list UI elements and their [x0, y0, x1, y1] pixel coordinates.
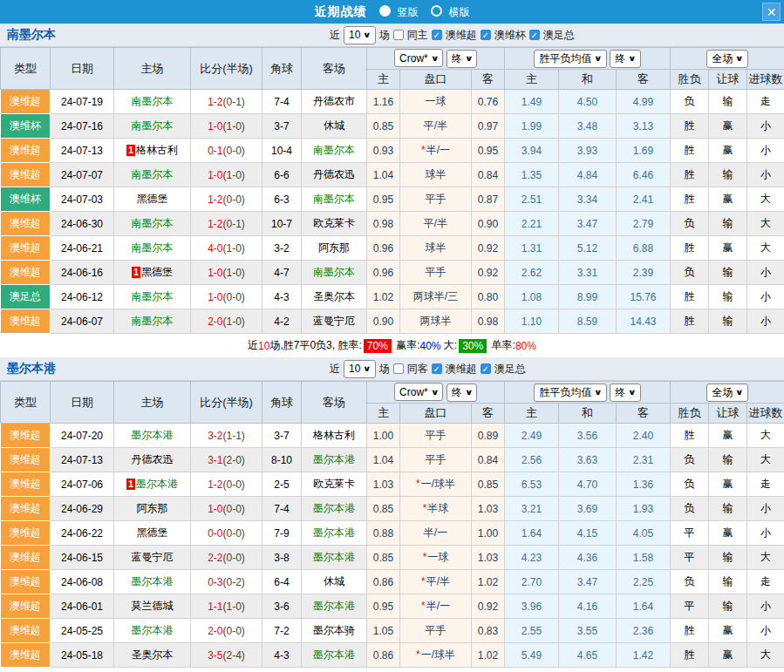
close-button[interactable]: ✕	[762, 3, 781, 21]
layout-horizontal-label[interactable]: 横版	[448, 6, 469, 18]
match-date: 24-06-12	[51, 285, 114, 309]
league-type-badge: 澳维超	[1, 497, 51, 521]
odds-draw: 3.34	[559, 187, 617, 212]
league-filter-checkbox[interactable]: ✓	[432, 363, 442, 374]
filter-controls: 近10∨场同主✓澳维超✓澳维杯✓澳足总	[330, 24, 575, 46]
odds-home: 2.56	[505, 448, 559, 472]
away-team-name: 南墨尔本	[313, 144, 355, 156]
odds-draw: 8.99	[559, 285, 617, 309]
away-team-cell: 丹德农迅	[302, 163, 367, 187]
goals-result: 走	[747, 472, 784, 497]
handicap-line: 平/半	[400, 114, 472, 139]
odds-average-select[interactable]: 胜平负均值∨	[534, 50, 606, 68]
handicap-line: 平手	[400, 187, 472, 212]
games-count-select[interactable]: 10∨	[344, 360, 376, 378]
away-team-name: 阿东那	[318, 241, 350, 254]
final-odds-select[interactable]: 终∨	[610, 50, 640, 68]
table-header: 类型 日期 主场 比分(半场) 角球 客场 Crow*∨ 终∨ 胜平负均值∨ 终…	[1, 382, 784, 424]
corner-count: 4-7	[262, 261, 302, 285]
scope-select[interactable]: 全场∨	[706, 50, 747, 68]
games-count-select[interactable]: 10∨	[344, 26, 376, 44]
handicap-result: 输	[709, 594, 747, 619]
away-team-name: 蓝曼宁厄	[313, 315, 355, 327]
corner-count: 4-3	[262, 643, 302, 668]
away-team-name: 圣奥尔本	[313, 290, 355, 302]
corner-count: 6-4	[262, 570, 302, 594]
score-cell: 1-2(0-0)	[191, 187, 262, 212]
home-team-name: 阿东那	[137, 502, 168, 514]
col-date: 日期	[51, 48, 114, 90]
away-team-name: 墨尔本港	[313, 551, 355, 563]
handicap-result: 输	[709, 212, 747, 236]
scope-select[interactable]: 全场∨	[706, 384, 747, 402]
away-team-cell: 蓝曼宁厄	[302, 309, 367, 334]
final-odds-select[interactable]: 终∨	[447, 384, 477, 402]
same-venue-checkbox[interactable]	[393, 30, 404, 40]
table-row: 澳维超24-07-07南墨尔本1-0(1-0)6-6丹德农迅1.04球半0.84…	[1, 163, 784, 187]
chevron-down-icon: ∨	[431, 388, 440, 397]
odds-away: 1.58	[617, 546, 671, 570]
away-team-cell: 欧克莱卡	[302, 212, 367, 236]
odds-away: 14.43	[617, 309, 671, 334]
half-time-score: (1-1)	[223, 430, 245, 442]
score-cell: 1-2(0-0)	[191, 472, 262, 497]
odds-home: 3.94	[505, 139, 559, 163]
home-team-name: 墨尔本港	[132, 429, 174, 441]
home-team-name: 墨尔本港	[132, 575, 174, 587]
table-row: 澳维超24-05-18圣奥尔本3-5(2-4)4-3墨尔本港0.86*一/球半1…	[1, 643, 784, 668]
handicap-result: 赢	[709, 187, 747, 212]
table-row: 澳足总24-06-12南墨尔本1-0(0-0)4-3圣奥尔本1.02两球半/三0…	[1, 285, 784, 309]
table-row: 澳维超24-07-13丹德农迅3-1(2-0)8-10墨尔本港1.04平手0.8…	[1, 448, 784, 472]
goals-result: 大	[747, 643, 784, 668]
league-filter-checkbox[interactable]: ✓	[481, 363, 491, 374]
home-team-name: 格林古利	[136, 144, 178, 156]
match-result: 胜	[671, 163, 709, 187]
table-row: 澳维超24-06-30南墨尔本1-2(0-1)10-7欧克莱卡0.98平/半0.…	[1, 212, 784, 236]
half-time-score: (1-0)	[223, 169, 245, 181]
titlebar-center: 近期战绩 竖版 横版	[315, 3, 470, 20]
col-odds-away: 客	[617, 70, 671, 90]
home-team-name: 墨尔本港	[136, 478, 178, 490]
handicap-away-odds: 0.84	[472, 163, 505, 187]
bookmaker-select[interactable]: Crow*∨	[394, 49, 443, 67]
match-result: 胜	[671, 424, 709, 448]
league-filter-checkbox[interactable]: ✓	[529, 30, 540, 40]
table-row: 澳维超24-06-07南墨尔本2-0(1-0)4-2蓝曼宁厄0.90两球半0.9…	[1, 309, 784, 334]
corner-count: 6-3	[262, 187, 302, 212]
match-result: 胜	[671, 236, 709, 261]
handicap-text: 两球半	[420, 315, 452, 327]
full-time-score: 1-0	[208, 291, 222, 303]
goals-result: 大	[747, 187, 784, 212]
full-time-score: 1-2	[208, 218, 222, 230]
layout-vertical-radio[interactable]	[379, 5, 391, 17]
handicap-result: 输	[709, 309, 747, 334]
odds-away: 2.39	[617, 261, 671, 285]
full-time-score: 3-5	[208, 649, 222, 662]
handicap-away-odds: 0.80	[472, 285, 505, 309]
league-filter-checkbox[interactable]: ✓	[432, 30, 442, 40]
home-team-cell: 蓝曼宁厄	[114, 546, 191, 570]
score-cell: 2-0(0-0)	[191, 619, 262, 643]
odds-home: 1.64	[505, 521, 559, 546]
table-row: 澳维超24-05-25墨尔本港2-0(0-0)7-2墨尔本骑1.05平手0.83…	[1, 619, 784, 643]
handicap-text: 一/球半	[421, 478, 455, 490]
odds-home: 2.21	[505, 212, 559, 236]
same-venue-checkbox[interactable]	[393, 363, 404, 374]
odds-draw: 4.70	[559, 472, 617, 497]
odds-average-select[interactable]: 胜平负均值∨	[534, 384, 606, 402]
league-filter-checkbox[interactable]: ✓	[481, 30, 491, 40]
match-date: 24-06-21	[51, 236, 114, 261]
final-odds-select[interactable]: 终∨	[447, 50, 477, 68]
bookmaker-select[interactable]: Crow*∨	[394, 383, 443, 401]
odds-away: 3.13	[617, 114, 671, 139]
layout-vertical-label[interactable]: 竖版	[398, 6, 419, 18]
table-row: 澳维超24-07-061墨尔本港1-2(0-0)2-5欧克莱卡1.03*一/球半…	[1, 472, 784, 497]
away-team-cell: 圣奥尔本	[302, 285, 367, 309]
away-team-cell: 南墨尔本	[302, 139, 367, 163]
handicap-home-odds: 0.85	[367, 546, 400, 570]
handicap-text: 平手	[426, 624, 447, 636]
final-odds-select[interactable]: 终∨	[610, 384, 640, 402]
match-date: 24-07-13	[51, 448, 114, 472]
layout-horizontal-radio[interactable]	[431, 5, 442, 17]
odds-draw: 3.31	[559, 261, 617, 285]
